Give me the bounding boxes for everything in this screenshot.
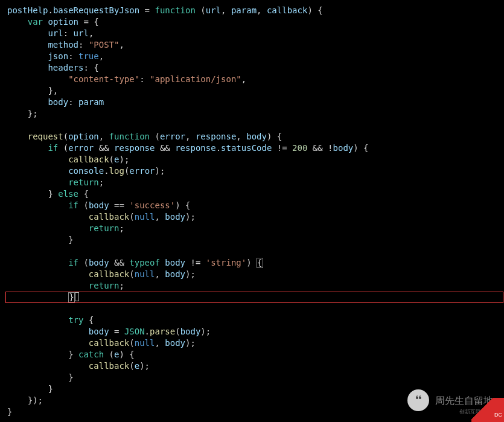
- wechat-icon: ❝: [407, 389, 429, 411]
- code-line[interactable]: }: [7, 234, 504, 246]
- code-line[interactable]: return;: [7, 280, 504, 292]
- code-line[interactable]: request(option, function (error, respons…: [7, 131, 504, 142]
- code-line[interactable]: callback(e);: [7, 154, 504, 165]
- code-line[interactable]: } catch (e) {: [7, 349, 504, 360]
- code-line[interactable]: [7, 120, 504, 131]
- code-line[interactable]: };: [7, 108, 504, 120]
- code-line[interactable]: }: [7, 372, 504, 383]
- code-line[interactable]: }: [7, 292, 504, 303]
- wechat-icon-glyph: ❝: [414, 395, 422, 406]
- code-line[interactable]: postHelp.baseRequestByJson = function (u…: [7, 5, 504, 16]
- code-line[interactable]: url: url,: [7, 28, 504, 39]
- code-line[interactable]: headers: {: [7, 62, 504, 74]
- brand-logo-text: DC: [494, 409, 502, 421]
- code-line[interactable]: try {: [7, 315, 504, 326]
- code-line[interactable]: callback(null, body);: [7, 269, 504, 280]
- code-line[interactable]: json: true,: [7, 51, 504, 62]
- code-line[interactable]: body: param: [7, 97, 504, 108]
- code-line[interactable]: body = JSON.parse(body);: [7, 326, 504, 337]
- code-line[interactable]: [7, 303, 504, 315]
- code-line[interactable]: },: [7, 85, 504, 97]
- brand-corner-logo: DC: [471, 398, 504, 422]
- code-line[interactable]: callback(null, body);: [7, 211, 504, 223]
- code-line[interactable]: var option = {: [7, 16, 504, 28]
- code-line[interactable]: [7, 246, 504, 257]
- code-line[interactable]: if (error && response && response.status…: [7, 142, 504, 154]
- code-line[interactable]: if (body && typeof body != 'string') {: [7, 257, 504, 269]
- code-line[interactable]: callback(null, body);: [7, 337, 504, 349]
- code-line[interactable]: return;: [7, 177, 504, 188]
- code-line[interactable]: "content-type": "application/json",: [7, 74, 504, 85]
- code-line[interactable]: } else {: [7, 188, 504, 200]
- code-line[interactable]: console.log(error);: [7, 165, 504, 177]
- code-editor[interactable]: postHelp.baseRequestByJson = function (u…: [0, 0, 504, 422]
- code-line[interactable]: return;: [7, 223, 504, 234]
- code-line[interactable]: method: "POST",: [7, 39, 504, 51]
- code-line[interactable]: callback(e);: [7, 360, 504, 372]
- code-line[interactable]: if (body == 'success') {: [7, 200, 504, 211]
